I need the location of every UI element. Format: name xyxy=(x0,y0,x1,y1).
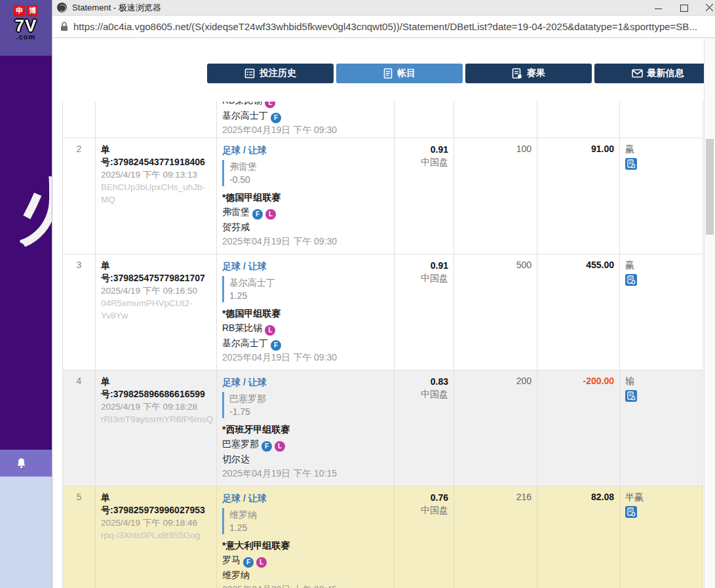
tab-label: 投注历史 xyxy=(260,68,296,79)
f-badge: F xyxy=(243,557,254,568)
winloss-cell: 455.00 xyxy=(537,254,620,370)
order-number: 单号:379824543771918406 xyxy=(101,144,211,168)
status-cell: 半赢 xyxy=(620,486,703,588)
details-cell: 足球 / 让球 维罗纳 1.25 *意大利甲组联赛 罗马FL 维罗纳 2025年… xyxy=(217,486,395,588)
screen: 申 博 7V .com 火 【 Statement - 极速浏览器 xyxy=(0,0,715,588)
statement-icon xyxy=(383,68,393,79)
selection-team: 基尔高士丁 xyxy=(229,276,389,289)
logo-com-text: .com xyxy=(16,33,36,41)
bet-type: 足球 / 让球 xyxy=(222,376,389,389)
logo-badge-bo: 博 xyxy=(27,5,38,16)
maximize-button[interactable] xyxy=(680,3,688,12)
odds-type: 中国盘 xyxy=(400,504,448,517)
table-row-highlighted: 5 单号:379825973996027953 2025/4/19 下午 09:… xyxy=(63,486,703,588)
results-icon xyxy=(512,68,522,79)
live-badge: L xyxy=(265,325,275,336)
tab-label: 帐目 xyxy=(397,68,415,79)
order-cell: 单号:379825973996027953 2025/4/19 下午 09:18… xyxy=(96,486,217,588)
table-row: 2 单号:379824543771918406 2025/4/19 下午 09:… xyxy=(63,138,703,254)
status-text: 赢 xyxy=(625,144,634,154)
page-scrollbar[interactable] xyxy=(704,38,715,588)
casino-logo[interactable]: 申 博 7V .com xyxy=(0,0,52,56)
match-time: 2025年04月19日 下午 10:15 xyxy=(222,467,389,480)
stake-cell: 200 xyxy=(454,370,537,486)
bet-result-icon[interactable] xyxy=(625,390,637,402)
nav-tabs: 投注历史 帐目 xyxy=(207,64,715,83)
match-time: 2025年04月19日 下午 09:30 xyxy=(222,123,389,137)
odds-type: 中国盘 xyxy=(400,156,448,168)
statement-page: 投注历史 帐目 xyxy=(52,38,715,588)
league-name: *西班牙甲组联赛 xyxy=(222,423,389,437)
selection-team: 巴塞罗那 xyxy=(229,392,389,405)
league-name: *意大利甲组联赛 xyxy=(222,539,389,553)
row-index: 2 xyxy=(63,138,96,254)
live-badge: L xyxy=(275,441,285,452)
titlebar: Statement - 极速浏览器 xyxy=(52,0,715,16)
logo-badges: 申 博 xyxy=(14,5,38,16)
placed-time: 2025/4/19 下午 09:13:13 xyxy=(101,168,211,181)
match-time: 2025年04月19日 下午 09:30 xyxy=(222,351,389,364)
tab-statement[interactable]: 帐目 xyxy=(336,64,463,83)
minimize-button[interactable] xyxy=(654,3,663,12)
casino-lower-panel xyxy=(0,477,52,588)
url-text[interactable]: https://a0c4ia.vgo8605.net/(S(xideqseT24… xyxy=(73,21,697,32)
winloss-cell: 91.00 xyxy=(537,138,620,254)
order-number: 单号:379825475779821707 xyxy=(101,260,211,284)
selection-line: 1.25 xyxy=(229,289,389,302)
live-badge: L xyxy=(256,557,267,568)
selection-block: 弗雷堡 -0.50 xyxy=(222,160,389,186)
f-badge: F xyxy=(271,340,281,351)
f-badge: F xyxy=(271,113,281,123)
placed-time: 2025/4/19 下午 09:16:50 xyxy=(101,284,211,297)
scrollbar-thumb[interactable] xyxy=(706,139,714,235)
window-title: Statement - 极速浏览器 xyxy=(72,2,654,14)
league-name: *德国甲组联赛 xyxy=(222,191,389,205)
selection-team: 维罗纳 xyxy=(229,508,389,521)
close-button[interactable] xyxy=(705,3,714,12)
f-badge: F xyxy=(261,441,272,452)
odds-value: 0.76 xyxy=(400,492,448,504)
odds-type: 中国盘 xyxy=(400,272,448,284)
order-number: 单号:379825896686616599 xyxy=(101,376,211,401)
row-index: 5 xyxy=(63,486,96,588)
order-cell: 单号:379825475779821707 2025/4/19 下午 09:16… xyxy=(96,254,217,370)
order-cell: 单号:379824543771918406 2025/4/19 下午 09:13… xyxy=(96,138,217,254)
bet-type: 足球 / 让球 xyxy=(222,144,389,157)
stake-cell: 216 xyxy=(454,486,537,588)
promo-glyph-partial: 火 xyxy=(18,164,52,262)
row-index: 4 xyxy=(63,370,96,486)
logo-7v-text: 7V xyxy=(15,17,37,34)
bet-history-icon xyxy=(244,68,255,79)
browser-favicon xyxy=(57,3,67,12)
bet-result-icon[interactable] xyxy=(625,274,637,286)
casino-sidebar: 申 博 7V .com 火 【 xyxy=(0,0,52,588)
notice-text-partial: 【 xyxy=(47,457,52,469)
bet-result-icon[interactable] xyxy=(625,158,637,170)
home-team: 罗马FL xyxy=(222,553,389,568)
order-cell: 单号:379825896686616599 2025/4/19 下午 09:18… xyxy=(96,370,217,486)
selection-block: 维罗纳 1.25 xyxy=(222,508,389,534)
winloss-cell: -200.00 xyxy=(537,370,620,486)
f-badge: F xyxy=(252,209,263,220)
team-line: RB莱比锡L xyxy=(222,102,389,108)
news-envelope-icon xyxy=(632,69,643,78)
status-cell: 输 xyxy=(620,370,703,486)
row-index: 3 xyxy=(63,254,96,370)
odds-type: 中国盘 xyxy=(400,388,448,401)
browser-window: Statement - 极速浏览器 https://a0c4ia.vgo8605… xyxy=(52,0,715,588)
details-cell: 足球 / 让球 巴塞罗那 -1.75 *西班牙甲组联赛 巴塞罗那FL 切尔达 2… xyxy=(217,370,395,486)
order-ref: 04R5xmumPHVpCUt2-Yv8Yw xyxy=(101,297,211,322)
tab-bet-history[interactable]: 投注历史 xyxy=(207,64,334,83)
padlock-icon xyxy=(60,22,68,31)
table-row: 4 单号:379825896686616599 2025/4/19 下午 09:… xyxy=(63,370,703,486)
url-bar[interactable]: https://a0c4ia.vgo8605.net/(S(xideqseT24… xyxy=(52,16,715,38)
notice-bar[interactable]: 【 xyxy=(0,450,52,477)
match-time: 2025年04月20日 上午 02:45 xyxy=(222,583,389,588)
bet-result-icon[interactable] xyxy=(625,506,637,518)
selection-line: -0.50 xyxy=(229,173,389,186)
tab-latest-news[interactable]: 最新信息 xyxy=(594,64,715,83)
tab-results[interactable]: 赛果 xyxy=(465,64,592,83)
live-badge: L xyxy=(265,102,275,108)
away-team: 基尔高士丁F xyxy=(222,336,389,351)
odds-cell: 0.83 中国盘 xyxy=(395,370,454,486)
